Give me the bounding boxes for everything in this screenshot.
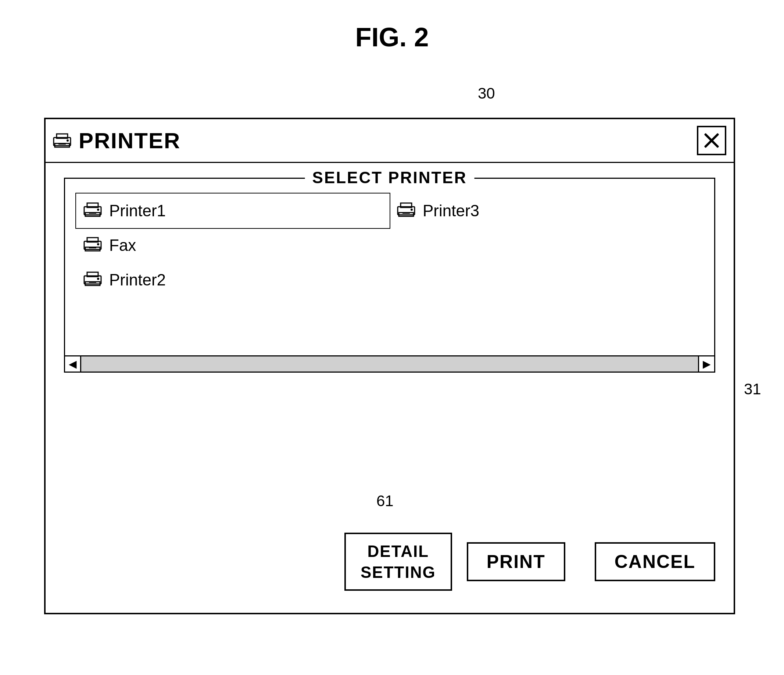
list-scrollbar: ◀ ▶	[65, 355, 714, 371]
cancel-button[interactable]: CANCEL	[595, 542, 715, 581]
printer-item-name-fax: Fax	[109, 236, 136, 254]
close-button[interactable]	[697, 126, 726, 155]
dialog-titlebar: PRINTER	[45, 119, 734, 163]
printer-item-name-printer3: Printer3	[423, 201, 479, 220]
scrollbar-right-button[interactable]: ▶	[698, 356, 714, 372]
detail-setting-line2: SETTING	[361, 563, 436, 581]
svg-point-23	[97, 243, 99, 245]
printer-dialog: PRINTER SELECT PRINTER	[44, 118, 735, 614]
printer-item-name-printer1: Printer1	[109, 201, 166, 220]
scrollbar-track[interactable]	[81, 357, 698, 371]
select-printer-group: SELECT PRINTER	[64, 178, 715, 373]
scrollbar-left-button[interactable]: ◀	[65, 356, 81, 372]
svg-point-5	[67, 139, 69, 142]
svg-point-11	[97, 209, 99, 211]
dialog-title-left: PRINTER	[53, 128, 180, 153]
printer-item-fax[interactable]: Fax	[76, 228, 390, 263]
printer-item-printer3[interactable]: Printer3	[390, 193, 703, 228]
printer-item-empty	[390, 228, 703, 263]
annotation-61: 61	[376, 492, 394, 510]
printer-item-printer1[interactable]: Printer1	[76, 193, 390, 228]
printer-list-area: Printer1	[65, 179, 714, 355]
page-title: FIG. 2	[0, 22, 784, 52]
detail-setting-button[interactable]: DETAIL SETTING	[344, 533, 452, 591]
print-button[interactable]: PRINT	[467, 542, 565, 581]
dialog-content: SELECT PRINTER	[45, 163, 734, 409]
svg-point-17	[411, 209, 413, 211]
printer-item-name-printer2: Printer2	[109, 271, 166, 289]
detail-setting-line1: DETAIL	[367, 542, 429, 560]
dialog-buttons: 61 DETAIL SETTING PRINT CANCEL	[45, 533, 734, 591]
printer-icon-printer3	[397, 201, 415, 221]
printer-icon-printer1	[84, 201, 102, 221]
select-printer-legend: SELECT PRINTER	[305, 168, 474, 187]
printer-icon-printer2	[84, 270, 102, 290]
annotation-31: 31	[744, 380, 770, 398]
printer-title-icon	[53, 132, 71, 149]
annotation-30: 30	[478, 84, 495, 102]
dialog-title-text: PRINTER	[79, 128, 180, 153]
printer-icon-fax	[84, 235, 102, 255]
svg-point-29	[97, 278, 99, 280]
printer-item-printer2[interactable]: Printer2	[76, 263, 390, 297]
printer-grid: Printer1	[76, 193, 703, 297]
